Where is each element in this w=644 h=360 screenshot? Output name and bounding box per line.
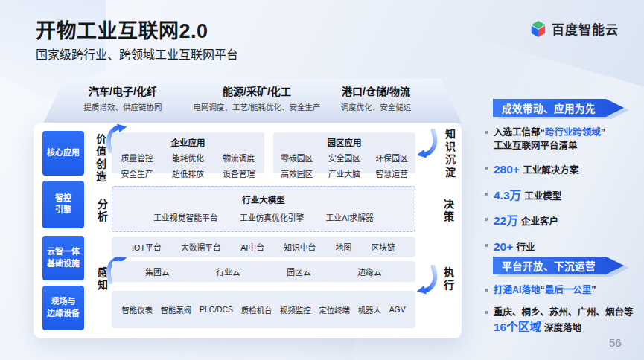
bullet-list-results: 入选工信部“跨行业跨领域” 工业互联网平台清单280+ 工业解决方案4.3万 工… [485, 126, 640, 255]
industry-model-title: 行业大模型 [112, 193, 415, 205]
architecture-panel: 核心应用 智控 引擎 云智一体 基础设施 现场与 边缘设备 价值创造 分析 感知… [34, 123, 462, 338]
bullet-item: 重庆、桐乡、苏州、广州、烟台等 16个区域 深度落地 [485, 306, 640, 336]
app-item: 能耗优化 [162, 152, 213, 164]
device-item: 智能仪表 [121, 304, 153, 315]
cloud-item: 边缘云 [357, 266, 381, 277]
page-subtitle: 国家级跨行业、跨领域工业互联网平台 [36, 45, 238, 62]
bullet-dot-icon [485, 311, 488, 314]
enterprise-apps-items: 质量管控能耗优化物流调度安全生产超低排放设备管理 [112, 152, 264, 179]
model-item: 工业AI求解器 [326, 211, 374, 223]
industry-row: 汽车/电子/化纤提质增效、供应链协同能源/采矿/化工电网调度、工艺/能耗优化、安… [43, 83, 462, 122]
app-item: 设备管理 [214, 167, 264, 179]
bullet-item: 打通AI落地“最后一公里” [485, 283, 640, 297]
device-row: 智能仪表智能泵阀PLC/DCS质检机台视频监控定位终端机器人AGV [112, 291, 415, 328]
bullet-item: 入选工信部“跨行业跨领域” 工业互联网平台清单 [485, 126, 640, 152]
app-item: 质量管控 [112, 152, 162, 164]
app-item: 安全生产 [112, 167, 162, 179]
device-item: PLC/DCS [200, 306, 233, 314]
logo-text: 百度智能云 [552, 19, 619, 38]
cloud-item: 园区云 [287, 266, 310, 277]
page-number: 56 [609, 336, 622, 349]
bullet-dot-icon [485, 244, 488, 247]
flow-label-knowledge: 知识沉淀 [442, 129, 457, 179]
park-apps-box: 园区应用 零碳园区安全园区环保园区高效园区产业大脑智慧运营 [273, 132, 415, 173]
page-title: 开物工业互联网2.0 [36, 15, 208, 44]
model-item: 工业仿真优化引擎 [240, 211, 304, 223]
layer-intelligent-control-engine: 智控 引擎 [42, 181, 84, 228]
device-item: 质检机台 [241, 304, 272, 315]
platform-item: 区块链 [371, 241, 395, 253]
bullet-text: 4.3万 工业模型 [494, 187, 561, 204]
park-apps-title: 园区应用 [273, 136, 415, 148]
bullet-text: 20+ 行业 [494, 239, 535, 255]
banner-results-first: 成效带动、应用为先 [493, 99, 624, 117]
device-item: 定位终端 [319, 304, 350, 315]
app-item: 高效园区 [273, 167, 321, 179]
device-item: AGV [389, 306, 406, 314]
baidu-cloud-cube-icon [530, 20, 546, 38]
enterprise-apps-title: 企业应用 [112, 136, 264, 148]
baidu-cloud-logo: 百度智能云 [530, 19, 619, 38]
bullet-dot-icon [485, 218, 488, 221]
down-arrow-icon [415, 129, 438, 158]
cloud-item: 集团云 [145, 266, 169, 277]
app-item: 环保园区 [368, 152, 415, 164]
cloud-item: 行业云 [216, 266, 240, 277]
device-item: 机器人 [358, 304, 381, 315]
bullet-dot-icon [485, 167, 488, 170]
flow-label-decision: 决策 [441, 199, 456, 224]
platform-item: 地图 [336, 241, 352, 253]
industry-desc: 电网调度、工艺/能耗优化、安全生产 [194, 101, 321, 112]
bullet-text: 入选工信部“跨行业跨领域” 工业互联网平台清单 [494, 126, 605, 152]
banner-platform-open: 平台开放、下沉运营 [493, 257, 624, 274]
bullet-text: 重庆、桐乡、苏州、广州、烟台等 16个区域 深度落地 [494, 306, 634, 336]
flow-label-execution: 执行 [441, 267, 456, 292]
app-item: 物流调度 [214, 152, 264, 164]
device-item: 视频监控 [280, 304, 311, 315]
bullet-dot-icon [485, 193, 488, 196]
slide: 开物工业互联网2.0 国家级跨行业、跨领域工业互联网平台 百度智能云 汽车/电子… [0, 0, 644, 360]
bullet-text: 22万 企业客户 [494, 213, 558, 229]
bullet-item: 20+ 行业 [485, 239, 640, 255]
layer-field-edge-devices: 现场与 边缘设备 [42, 286, 84, 330]
platform-item: IOT平台 [132, 241, 162, 253]
model-item: 工业视觉智能平台 [153, 211, 217, 223]
industry-column: 汽车/电子/化纤提质增效、供应链协同 [84, 83, 162, 112]
industry-model-items: 工业视觉智能平台工业仿真优化引擎工业AI求解器 [112, 211, 415, 223]
bullet-item: 4.3万 工业模型 [485, 187, 640, 204]
park-apps-items: 零碳园区安全园区环保园区高效园区产业大脑智慧运营 [273, 152, 415, 179]
app-item: 超低排放 [162, 167, 213, 179]
app-item: 安全园区 [321, 152, 369, 164]
app-item: 产业大脑 [321, 167, 369, 179]
app-item: 智慧运营 [368, 167, 415, 179]
industry-model-box: 行业大模型 工业视觉智能平台工业仿真优化引擎工业AI求解器 [112, 186, 415, 232]
bullet-text: 280+ 工业解决方案 [494, 161, 578, 178]
bullet-text: 打通AI落地“最后一公里” [494, 283, 596, 297]
industry-name: 港口/仓储/物流 [341, 83, 412, 98]
layer-core-applications: 核心应用 [42, 131, 84, 176]
bullet-list-platform: 打通AI落地“最后一公里”重庆、桐乡、苏州、广州、烟台等 16个区域 深度落地 [485, 283, 640, 336]
layer-cloud-infrastructure: 云智一体 基础设施 [42, 236, 84, 280]
down-arrow-icon [415, 265, 438, 295]
platform-row: IOT平台大数据平台AI中台知识中台地图区块链 [112, 237, 415, 257]
cloud-row: 集团云行业云园区云边缘云 [112, 261, 415, 282]
platform-item: 知识中台 [284, 241, 316, 253]
industry-column: 能源/采矿/化工电网调度、工艺/能耗优化、安全生产 [194, 83, 321, 112]
industry-desc: 提质增效、供应链协同 [84, 101, 162, 112]
bullet-dot-icon [485, 289, 488, 292]
flow-label-analysis: 分析 [95, 199, 109, 224]
bullet-item: 280+ 工业解决方案 [485, 161, 640, 178]
industry-name: 能源/采矿/化工 [194, 83, 321, 98]
app-item: 零碳园区 [273, 152, 321, 164]
industry-column: 港口/仓储/物流调度优化、安全储运 [341, 83, 412, 112]
industry-desc: 调度优化、安全储运 [341, 101, 412, 112]
platform-item: 大数据平台 [181, 241, 221, 253]
bullet-dot-icon [485, 131, 488, 134]
bullet-item: 22万 企业客户 [485, 213, 640, 229]
enterprise-apps-box: 企业应用 质量管控能耗优化物流调度安全生产超低排放设备管理 [112, 132, 264, 173]
device-item: 智能泵阀 [161, 304, 192, 315]
industry-name: 汽车/电子/化纤 [84, 83, 162, 98]
platform-item: AI中台 [240, 241, 264, 253]
